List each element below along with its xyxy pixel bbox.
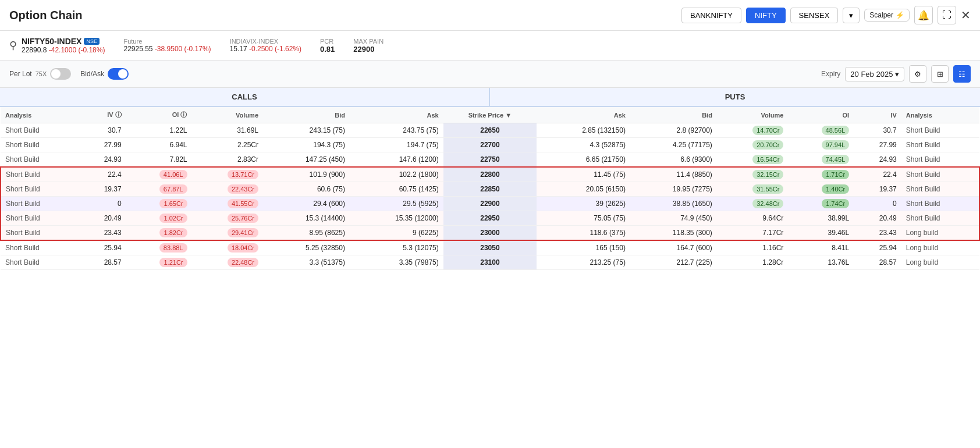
- call-iv: 20.49: [79, 211, 126, 226]
- call-volume: 25.76Cr: [192, 211, 264, 226]
- call-volume: 2.25Cr: [192, 138, 264, 152]
- expiry-value: 20 Feb 2025: [850, 70, 893, 79]
- call-volume: 13.71Cr: [192, 167, 264, 182]
- call-analysis: Short Build: [1, 197, 79, 211]
- search-icon[interactable]: ⚲: [9, 39, 17, 52]
- table-row: Short Build 25.94 83.88L 18.04Cr 5.25 (3…: [1, 240, 979, 255]
- col-call-ask: Ask: [350, 107, 443, 123]
- col-put-analysis: Analysis: [901, 107, 979, 123]
- call-analysis: Short Build: [1, 167, 79, 182]
- call-volume: 2.83Cr: [192, 152, 264, 168]
- call-oi: 67.87L: [126, 182, 192, 197]
- put-volume: 32.48Cr: [717, 197, 789, 211]
- put-ask: 118.6 (375): [537, 226, 630, 241]
- put-oi: 48.56L: [788, 123, 854, 138]
- toolbar-left: Per Lot 75X Bid/Ask: [9, 68, 129, 80]
- col-put-ask: Ask: [537, 107, 630, 123]
- exchange-badge: NSE: [84, 38, 100, 45]
- call-analysis: Short Build: [1, 182, 79, 197]
- fullscreen-icon[interactable]: ⛶: [938, 6, 956, 24]
- vix-item: INDIAVIX-INDEX 15.17 -0.2500 (-1.62%): [230, 38, 301, 53]
- vix-change: -0.2500 (-1.62%): [249, 45, 301, 53]
- nav-sensex[interactable]: SENSEX: [790, 8, 839, 23]
- col-call-bid: Bid: [263, 107, 350, 123]
- per-lot-toggle[interactable]: [50, 68, 71, 80]
- put-bid: 74.9 (450): [630, 211, 717, 226]
- vix-price: 15.17: [230, 45, 247, 53]
- put-ask: 11.45 (75): [537, 167, 630, 182]
- strike-price: 23100: [443, 255, 537, 270]
- grid-view-icon[interactable]: ☷: [953, 65, 971, 83]
- columns-view-icon[interactable]: ⊞: [931, 65, 949, 83]
- header: Option Chain BANKNIFTY NIFTY SENSEX ▾ Sc…: [0, 0, 980, 31]
- call-iv: 27.99: [79, 138, 126, 152]
- call-bid: 243.15 (75): [263, 123, 350, 138]
- put-ask: 165 (150): [537, 240, 630, 255]
- call-ask: 194.7 (75): [350, 138, 443, 152]
- nav-nifty[interactable]: NIFTY: [746, 8, 786, 23]
- table-row: Short Build 24.93 7.82L 2.83Cr 147.25 (4…: [1, 152, 979, 168]
- table-row: Short Build 28.57 1.21Cr 22.48Cr 3.3 (51…: [1, 255, 979, 270]
- put-analysis: Short Build: [901, 152, 979, 168]
- put-iv: 19.37: [854, 182, 901, 197]
- puts-section-header: PUTS: [490, 88, 980, 107]
- put-oi: 38.99L: [788, 211, 854, 226]
- table-row: Short Build 19.37 67.87L 22.43Cr 60.6 (7…: [1, 182, 979, 197]
- put-oi: 8.41L: [788, 240, 854, 255]
- ticker-price: 22890.8: [22, 46, 47, 54]
- call-analysis: Short Build: [1, 255, 79, 270]
- col-put-iv: IV: [854, 107, 901, 123]
- pcr-item: PCR 0.81: [320, 38, 335, 54]
- call-oi: 1.82Cr: [126, 226, 192, 241]
- put-iv: 28.57: [854, 255, 901, 270]
- call-ask: 15.35 (12000): [350, 211, 443, 226]
- expiry-select[interactable]: 20 Feb 2025 ▾: [845, 67, 904, 81]
- call-volume: 29.41Cr: [192, 226, 264, 241]
- call-volume: 18.04Cr: [192, 240, 264, 255]
- col-strike: Strike Price ▼: [443, 107, 537, 123]
- put-analysis: Short Build: [901, 123, 979, 138]
- symbol-name: NIFTY50-INDEX: [22, 37, 81, 46]
- put-oi: 97.94L: [788, 138, 854, 152]
- future-change: -38.9500 (-0.17%): [155, 45, 211, 53]
- put-bid: 164.7 (600): [630, 240, 717, 255]
- put-oi: 1.74Cr: [788, 197, 854, 211]
- settings-icon[interactable]: 🔔: [914, 6, 933, 24]
- call-oi: 1.02Cr: [126, 211, 192, 226]
- vix-label: INDIAVIX-INDEX: [230, 38, 301, 45]
- settings-filter-icon[interactable]: ⚙: [909, 65, 926, 83]
- put-ask: 6.65 (21750): [537, 152, 630, 168]
- put-ask: 20.05 (6150): [537, 182, 630, 197]
- maxpain-label: MAX PAIN: [353, 38, 384, 45]
- strike-price: 22900: [443, 197, 537, 211]
- maxpain-value: 22900: [353, 45, 384, 54]
- call-oi: 1.22L: [126, 123, 192, 138]
- call-iv: 28.57: [79, 255, 126, 270]
- call-ask: 147.6 (1200): [350, 152, 443, 168]
- call-iv: 0: [79, 197, 126, 211]
- call-analysis: Short Build: [1, 123, 79, 138]
- bid-ask-toggle[interactable]: [108, 68, 129, 80]
- put-analysis: Short Build: [901, 138, 979, 152]
- nav-dropdown[interactable]: ▾: [843, 8, 860, 23]
- nav-banknifty[interactable]: BANKNIFTY: [681, 8, 741, 23]
- put-iv: 24.93: [854, 152, 901, 168]
- put-bid: 4.25 (77175): [630, 138, 717, 152]
- call-volume: 41.55Cr: [192, 197, 264, 211]
- call-bid: 15.3 (14400): [263, 211, 350, 226]
- scalper-label: Scalper: [869, 11, 893, 19]
- strike-price: 22650: [443, 123, 537, 138]
- call-analysis: Short Build: [1, 211, 79, 226]
- ticker-change: -42.1000 (-0.18%): [49, 46, 105, 54]
- table-row: Short Build 0 1.65Cr 41.55Cr 29.4 (600) …: [1, 197, 979, 211]
- put-ask: 75.05 (75): [537, 211, 630, 226]
- strike-price: 22700: [443, 138, 537, 152]
- call-iv: 19.37: [79, 182, 126, 197]
- strike-price: 23050: [443, 240, 537, 255]
- call-ask: 5.3 (12075): [350, 240, 443, 255]
- call-analysis: Short Build: [1, 240, 79, 255]
- put-oi: 74.45L: [788, 152, 854, 168]
- scalper-badge[interactable]: Scalper ⚡: [864, 9, 910, 22]
- close-button[interactable]: ✕: [961, 8, 971, 22]
- put-iv: 22.4: [854, 167, 901, 182]
